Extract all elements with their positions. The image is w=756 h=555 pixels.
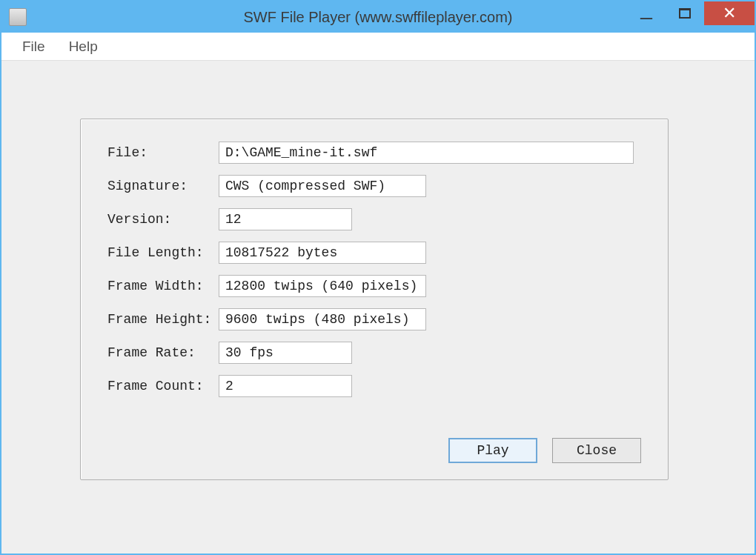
play-button[interactable]: Play	[448, 438, 537, 463]
menubar: File Help	[1, 33, 755, 61]
row-frame-width: Frame Width:	[107, 275, 641, 297]
dialog-buttons: Play Close	[448, 438, 641, 463]
titlebar[interactable]: SWF File Player (www.swffileplayer.com) …	[1, 1, 755, 33]
client-area: File: Signature: Version: File Length: F…	[1, 61, 755, 554]
menu-help[interactable]: Help	[57, 34, 110, 59]
row-frame-rate: Frame Rate:	[107, 342, 641, 364]
menu-file[interactable]: File	[10, 34, 57, 59]
label-frame-count: Frame Count:	[107, 379, 219, 393]
app-icon	[9, 8, 27, 26]
maximize-button[interactable]	[666, 1, 704, 25]
row-file: File:	[107, 142, 641, 164]
minimize-button[interactable]: _	[627, 1, 666, 25]
input-frame-count[interactable]	[219, 375, 352, 397]
window-controls: _ ✕	[627, 1, 755, 33]
input-file-length[interactable]	[219, 242, 426, 264]
label-file-length: File Length:	[107, 245, 219, 260]
window-title: SWF File Player (www.swffileplayer.com)	[243, 9, 512, 26]
close-button[interactable]: Close	[552, 438, 641, 463]
input-signature[interactable]	[219, 175, 426, 197]
input-frame-height[interactable]	[219, 308, 426, 330]
row-frame-count: Frame Count:	[107, 375, 641, 397]
label-file: File:	[107, 145, 219, 160]
label-frame-width: Frame Width:	[107, 279, 219, 293]
label-version: Version:	[107, 212, 219, 227]
input-frame-rate[interactable]	[219, 342, 352, 364]
input-file[interactable]	[219, 142, 634, 164]
swf-info-dialog: File: Signature: Version: File Length: F…	[80, 119, 669, 480]
row-signature: Signature:	[107, 175, 641, 197]
label-signature: Signature:	[107, 179, 219, 193]
input-frame-width[interactable]	[219, 275, 426, 297]
label-frame-height: Frame Height:	[107, 312, 219, 327]
label-frame-rate: Frame Rate:	[107, 345, 219, 360]
row-frame-height: Frame Height:	[107, 308, 641, 330]
maximize-icon	[679, 8, 691, 19]
close-window-button[interactable]: ✕	[704, 1, 755, 25]
input-version[interactable]	[219, 208, 352, 230]
app-window: SWF File Player (www.swffileplayer.com) …	[0, 0, 756, 555]
row-version: Version:	[107, 208, 641, 230]
row-file-length: File Length:	[107, 242, 641, 264]
